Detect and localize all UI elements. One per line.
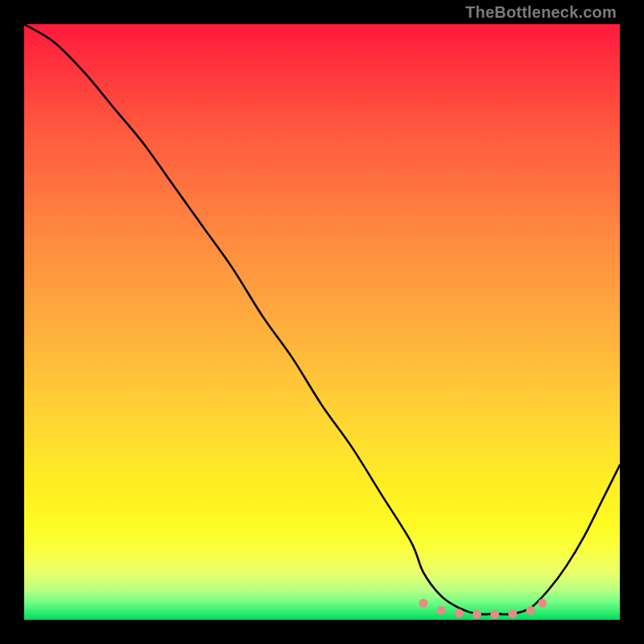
valley-marker bbox=[526, 606, 535, 615]
plot-area bbox=[24, 24, 620, 620]
curve-line bbox=[24, 24, 620, 614]
chart-frame: TheBottleneck.com bbox=[0, 0, 644, 644]
bottleneck-curve bbox=[24, 24, 620, 620]
valley-marker bbox=[538, 599, 547, 608]
valley-marker bbox=[473, 610, 481, 619]
valley-marker bbox=[419, 599, 427, 608]
watermark-text: TheBottleneck.com bbox=[465, 3, 617, 22]
valley-marker bbox=[437, 606, 446, 615]
valley-marker bbox=[490, 610, 499, 619]
valley-marker bbox=[508, 609, 517, 618]
valley-marker-dots bbox=[419, 599, 547, 619]
valley-marker bbox=[455, 609, 464, 617]
